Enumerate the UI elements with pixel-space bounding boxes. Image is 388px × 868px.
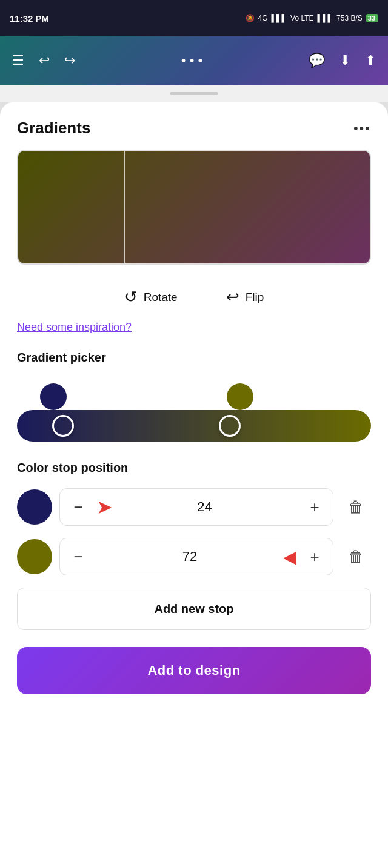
slider-thumb-left[interactable] xyxy=(52,415,74,437)
gradient-slider-container xyxy=(0,410,388,442)
stop-1-increment-button[interactable]: + xyxy=(296,489,333,525)
red-arrow-1: ➤ xyxy=(96,495,113,518)
status-right: 🔕 4G ▌▌▌ Vo LTE ▌▌▌ 753 B/S 33 xyxy=(246,14,378,22)
color-stop-position-label: Color stop position xyxy=(17,461,371,475)
stop-1-delete-button[interactable]: 🗑 xyxy=(341,492,371,522)
vo-lte: Vo LTE xyxy=(290,14,313,22)
gradient-preview xyxy=(17,150,371,265)
battery-icon: 33 xyxy=(366,14,378,22)
rotate-button[interactable]: ↺ Rotate xyxy=(124,288,178,306)
panel-header: Gradients ••• xyxy=(0,102,388,150)
toolbar: ☰ ↩ ↪ • • • 💬 ⬇ ⬆ xyxy=(0,36,388,85)
notification-icon: 🔕 xyxy=(246,14,255,22)
stop-circle-right[interactable] xyxy=(227,383,253,410)
add-to-design-button[interactable]: Add to design xyxy=(17,647,371,694)
stop-2-increment-button[interactable]: + xyxy=(296,538,333,575)
stop-input-group-2: − ◀ + xyxy=(59,538,333,575)
flip-icon: ↩ xyxy=(226,288,239,306)
panel-more-button[interactable]: ••• xyxy=(353,121,371,136)
flip-label: Flip xyxy=(246,291,264,304)
color-swatch-1[interactable] xyxy=(17,489,52,525)
gradient-preview-line xyxy=(124,151,125,263)
comment-icon[interactable]: 💬 xyxy=(309,53,325,68)
color-stop-section: Color stop position − ➤ + 🗑 − ◀ + 🗑 xyxy=(0,461,388,575)
main-panel: Gradients ••• ↺ Rotate ↩ Flip Need some … xyxy=(0,102,388,868)
rotate-label: Rotate xyxy=(144,291,178,304)
rotate-icon: ↺ xyxy=(124,288,138,306)
share-icon[interactable]: ⬆ xyxy=(365,53,376,68)
color-swatch-2[interactable] xyxy=(17,539,52,574)
rotate-flip-row: ↺ Rotate ↩ Flip xyxy=(0,282,388,321)
stop-input-group-1: − ➤ + xyxy=(59,488,333,526)
handle-bar xyxy=(0,85,388,102)
status-time: 11:32 PM xyxy=(10,13,49,24)
inspiration-link-container: Need some inspiration? xyxy=(0,321,388,351)
redo-icon[interactable]: ↪ xyxy=(64,53,75,68)
stop-2-delete-button[interactable]: 🗑 xyxy=(341,542,371,572)
status-bar: 11:32 PM 🔕 4G ▌▌▌ Vo LTE ▌▌▌ 753 B/S 33 xyxy=(0,0,388,36)
download-icon[interactable]: ⬇ xyxy=(340,53,350,68)
stop-circle-left[interactable] xyxy=(40,383,67,410)
color-stop-row-2: − ◀ + 🗑 xyxy=(17,538,371,575)
add-new-stop-button[interactable]: Add new stop xyxy=(17,588,371,630)
signal-text: 4G xyxy=(258,14,268,22)
undo-icon[interactable]: ↩ xyxy=(39,53,50,68)
inspiration-link[interactable]: Need some inspiration? xyxy=(17,321,132,333)
red-arrow-2: ◀ xyxy=(283,547,296,567)
gradient-preview-container xyxy=(0,150,388,265)
toolbar-center: • • • xyxy=(181,53,202,68)
color-stop-circles-above xyxy=(0,377,388,410)
more-options-icon[interactable]: • • • xyxy=(181,53,202,68)
speed-text: 753 B/S xyxy=(336,14,363,22)
menu-icon[interactable]: ☰ xyxy=(12,53,24,68)
gradient-picker-label: Gradient picker xyxy=(0,351,388,377)
drag-handle xyxy=(170,92,218,95)
signal-bars: ▌▌▌ xyxy=(272,14,287,22)
stop-2-value-input[interactable] xyxy=(96,549,283,565)
color-stop-row-1: − ➤ + 🗑 xyxy=(17,488,371,526)
panel-title: Gradients xyxy=(17,119,90,137)
gradient-slider[interactable] xyxy=(17,410,371,442)
toolbar-right: 💬 ⬇ ⬆ xyxy=(309,53,376,68)
stop-1-decrement-button[interactable]: − xyxy=(60,489,96,525)
toolbar-left: ☰ ↩ ↪ xyxy=(12,53,75,68)
flip-button[interactable]: ↩ Flip xyxy=(226,288,264,306)
stop-1-value-input[interactable] xyxy=(113,499,296,515)
slider-thumb-right[interactable] xyxy=(219,415,241,437)
signal-bars2: ▌▌▌ xyxy=(318,14,333,22)
stop-2-decrement-button[interactable]: − xyxy=(60,538,96,575)
